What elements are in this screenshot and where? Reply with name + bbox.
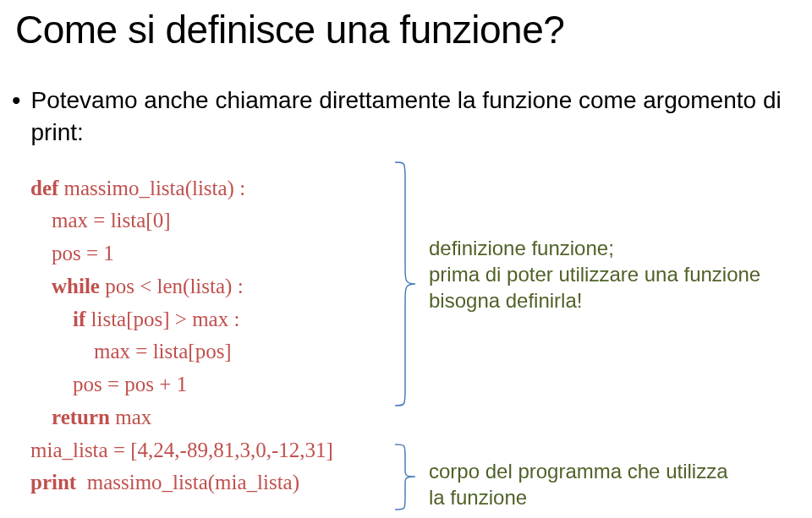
- code-indent: [30, 406, 52, 428]
- code-text: max: [110, 406, 151, 428]
- keyword-while: while: [52, 275, 100, 297]
- annotation-line: bisogna definirla!: [429, 287, 760, 314]
- code-text: lista[pos] > max :: [85, 308, 239, 330]
- code-text: massimo_lista(mia_lista): [76, 471, 299, 493]
- code-text: massimo_lista(lista) :: [58, 177, 245, 199]
- annotation-line: corpo del programma che utilizza: [429, 458, 728, 484]
- keyword-return: return: [52, 406, 110, 428]
- annotation-line: la funzione: [429, 484, 728, 510]
- code-line-6: max = lista[pos]: [30, 335, 812, 368]
- annotation-body: corpo del programma che utilizza la funz…: [429, 458, 728, 510]
- code-block: def massimo_lista(lista) : max = lista[0…: [0, 149, 812, 500]
- code-line-8: return max: [30, 401, 812, 434]
- annotation-line: definizione funzione;: [429, 235, 760, 261]
- keyword-def: def: [30, 177, 58, 199]
- bullet-text: Potevamo anche chiamare direttamente la …: [31, 85, 812, 149]
- code-indent: [30, 308, 73, 330]
- keyword-print: print: [30, 471, 76, 493]
- code-line-1: def massimo_lista(lista) :: [30, 172, 812, 205]
- code-line-7: pos = pos + 1: [30, 368, 812, 401]
- bullet-dot: •: [12, 88, 21, 113]
- keyword-if: if: [73, 308, 85, 330]
- code-text: pos < len(lista) :: [100, 275, 244, 297]
- slide-title: Come si definisce una funzione?: [0, 0, 812, 52]
- annotation-definition: definizione funzione; prima di poter uti…: [429, 235, 760, 314]
- annotation-line: prima di poter utilizzare una funzione: [429, 261, 760, 287]
- code-line-2: max = lista[0]: [30, 204, 812, 237]
- bullet-item: • Potevamo anche chiamare direttamente l…: [0, 52, 812, 149]
- code-indent: [30, 275, 52, 297]
